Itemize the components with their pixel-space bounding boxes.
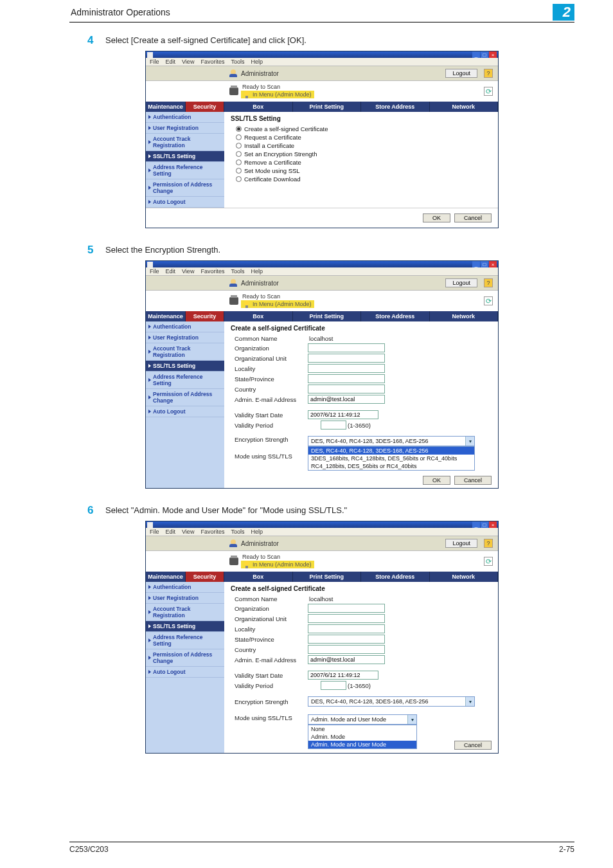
sidebar-item-account-track[interactable]: Account Track Registration <box>146 134 224 151</box>
tab-maintenance[interactable]: Maintenance <box>146 572 186 582</box>
tab-security[interactable]: Security <box>186 311 224 321</box>
menu-view[interactable]: View <box>182 59 194 65</box>
sidebar-item-authentication[interactable]: Authentication <box>146 321 224 332</box>
input-email[interactable] <box>308 655 385 664</box>
input-validity-start[interactable] <box>308 410 378 419</box>
input-country[interactable] <box>308 384 385 393</box>
radio-remove-cert[interactable] <box>236 159 242 165</box>
dropdown-encryption-strength[interactable]: DES, RC4-40, RC4-128, 3DES-168, AES-256 … <box>308 436 475 446</box>
input-locality[interactable] <box>308 624 385 633</box>
help-button[interactable]: ? <box>484 278 493 287</box>
sidebar-item-account-track[interactable]: Account Track Registration <box>146 604 224 621</box>
sidebar-item-ssl-tls[interactable]: SSL/TLS Setting <box>146 361 224 372</box>
tab-security[interactable]: Security <box>186 102 224 112</box>
sidebar-item-permission-address[interactable]: Permission of Address Change <box>146 179 224 197</box>
dropdown-mode-ssl-tls[interactable]: Admin. Mode and User Mode ▾ <box>308 714 417 725</box>
close-button[interactable]: × <box>489 51 497 58</box>
menu-file[interactable]: File <box>150 529 159 535</box>
input-organization[interactable] <box>308 604 385 613</box>
sidebar-item-user-registration[interactable]: User Registration <box>146 332 224 343</box>
input-locality[interactable] <box>308 364 385 373</box>
tab-print-setting[interactable]: Print Setting <box>293 311 362 321</box>
ok-button[interactable]: OK <box>423 476 450 485</box>
cancel-button[interactable]: Cancel <box>454 741 492 750</box>
dropdown-mode-admin[interactable]: Admin. Mode <box>308 733 416 741</box>
sidebar-item-account-track[interactable]: Account Track Registration <box>146 343 224 361</box>
sidebar-item-auto-logout[interactable]: Auto Logout <box>146 406 224 417</box>
input-organization[interactable] <box>308 343 385 352</box>
logout-button[interactable]: Logout <box>445 278 477 287</box>
sidebar-item-authentication[interactable]: Authentication <box>146 112 224 123</box>
menu-help[interactable]: Help <box>251 59 263 65</box>
cancel-button[interactable]: Cancel <box>454 213 492 222</box>
dropdown-option-1[interactable]: DES, RC4-40, RC4-128, 3DES-168, AES-256 <box>308 447 474 455</box>
menu-file[interactable]: File <box>150 59 159 65</box>
menu-tools[interactable]: Tools <box>231 268 244 275</box>
cancel-button[interactable]: Cancel <box>454 476 492 485</box>
tab-box[interactable]: Box <box>224 572 293 582</box>
logout-button[interactable]: Logout <box>445 69 477 78</box>
logout-button[interactable]: Logout <box>445 539 477 548</box>
sidebar-item-permission-address[interactable]: Permission of Address Change <box>146 649 224 667</box>
close-button[interactable]: × <box>489 521 497 528</box>
menu-help[interactable]: Help <box>251 268 263 275</box>
refresh-button[interactable]: ⟳ <box>484 557 493 566</box>
tab-store-address[interactable]: Store Address <box>361 572 430 582</box>
sidebar-item-ssl-tls[interactable]: SSL/TLS Setting <box>146 151 224 162</box>
sidebar-item-user-registration[interactable]: User Registration <box>146 123 224 134</box>
tab-store-address[interactable]: Store Address <box>361 102 430 112</box>
dropdown-mode-both[interactable]: Admin. Mode and User Mode <box>308 741 416 748</box>
tab-box[interactable]: Box <box>224 311 293 321</box>
sidebar-item-auto-logout[interactable]: Auto Logout <box>146 197 224 208</box>
tab-network[interactable]: Network <box>430 311 499 321</box>
radio-request-cert[interactable] <box>236 134 242 140</box>
input-country[interactable] <box>308 645 385 654</box>
menu-help[interactable]: Help <box>251 529 263 535</box>
maximize-button[interactable]: □ <box>481 261 488 267</box>
input-state[interactable] <box>308 635 385 644</box>
menu-tools[interactable]: Tools <box>231 59 244 65</box>
input-validity-start[interactable] <box>308 671 378 680</box>
input-validity-period[interactable] <box>321 420 346 429</box>
maximize-button[interactable]: □ <box>481 51 488 58</box>
sidebar-item-permission-address[interactable]: Permission of Address Change <box>146 389 224 406</box>
menu-edit[interactable]: Edit <box>166 59 176 65</box>
radio-install-cert[interactable] <box>236 143 242 149</box>
sidebar-item-ssl-tls[interactable]: SSL/TLS Setting <box>146 621 224 632</box>
tab-security[interactable]: Security <box>186 572 224 582</box>
radio-create-self-signed[interactable] <box>236 126 242 132</box>
menu-view[interactable]: View <box>182 268 194 275</box>
tab-maintenance[interactable]: Maintenance <box>146 311 186 321</box>
dropdown-option-2[interactable]: 3DES_168bits, RC4_128bits, DES_56bits or… <box>308 455 474 462</box>
ok-button[interactable]: OK <box>423 213 450 222</box>
refresh-button[interactable]: ⟳ <box>484 296 493 305</box>
tab-network[interactable]: Network <box>430 102 499 112</box>
close-button[interactable]: × <box>489 261 497 267</box>
tab-print-setting[interactable]: Print Setting <box>293 572 362 582</box>
menu-file[interactable]: File <box>150 268 159 275</box>
sidebar-item-address-reference[interactable]: Address Reference Setting <box>146 372 224 389</box>
menu-favorites[interactable]: Favorites <box>200 529 224 535</box>
radio-encryption-strength[interactable] <box>236 151 242 157</box>
tab-network[interactable]: Network <box>430 572 499 582</box>
tab-store-address[interactable]: Store Address <box>361 311 430 321</box>
dropdown-mode-none[interactable]: None <box>308 725 416 733</box>
radio-set-mode-ssl[interactable] <box>236 168 242 174</box>
sidebar-item-address-reference[interactable]: Address Reference Setting <box>146 162 224 179</box>
menu-favorites[interactable]: Favorites <box>200 59 224 65</box>
dropdown-option-3[interactable]: RC4_128bits, DES_56bits or RC4_40bits <box>308 462 474 470</box>
input-validity-period[interactable] <box>321 681 346 690</box>
minimize-button[interactable]: _ <box>472 51 480 58</box>
menu-view[interactable]: View <box>182 529 194 535</box>
input-state[interactable] <box>308 374 385 383</box>
sidebar-item-address-reference[interactable]: Address Reference Setting <box>146 632 224 649</box>
menu-favorites[interactable]: Favorites <box>200 268 224 275</box>
tab-box[interactable]: Box <box>224 102 293 112</box>
radio-cert-download[interactable] <box>236 176 242 182</box>
help-button[interactable]: ? <box>484 69 493 78</box>
menu-tools[interactable]: Tools <box>231 529 244 535</box>
sidebar-item-authentication[interactable]: Authentication <box>146 582 224 593</box>
minimize-button[interactable]: _ <box>472 261 480 267</box>
maximize-button[interactable]: □ <box>481 521 488 528</box>
input-org-unit[interactable] <box>308 354 385 363</box>
